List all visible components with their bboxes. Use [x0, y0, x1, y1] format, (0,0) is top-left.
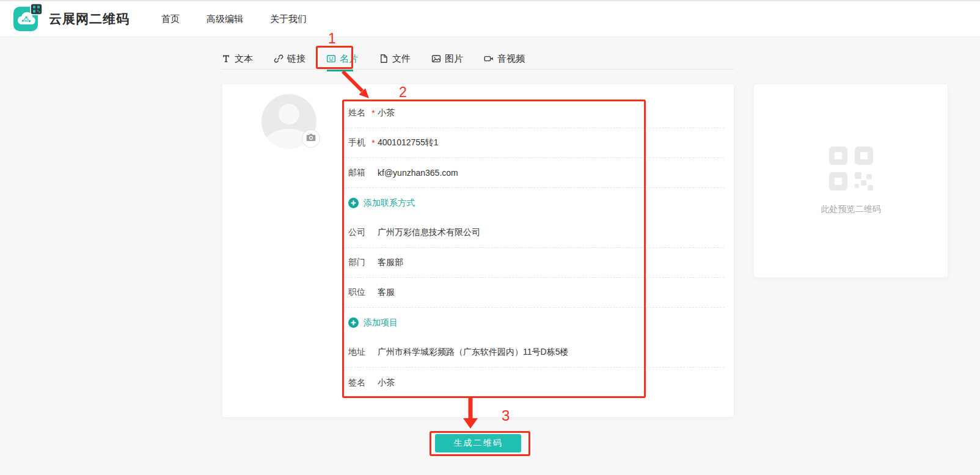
required-asterisk: * [369, 108, 378, 118]
qr-placeholder-icon [829, 147, 873, 193]
field-input-position[interactable] [378, 288, 725, 297]
link-icon [274, 54, 283, 63]
tab-label-video: 音视频 [497, 53, 525, 65]
field-label-company: 公司 [348, 227, 369, 238]
tab-label-card: 名片 [340, 53, 358, 65]
qr-preview-panel: 此处预览二维码 [753, 84, 948, 278]
tab-text[interactable]: 文本 [221, 48, 253, 69]
tab-bar: 文本链接名片文件图片音视频 [221, 48, 525, 69]
tab-label-file: 文件 [392, 53, 411, 65]
field-label-signature: 签名 [348, 377, 369, 388]
plus-icon [348, 317, 359, 328]
brand[interactable]: 云展网二维码 [12, 3, 130, 35]
image-icon [431, 54, 441, 63]
header: 云展网二维码 首页高级编辑关于我们 [0, 0, 980, 37]
plus-icon [348, 198, 359, 208]
generate-qr-button[interactable]: 生成二维码 [435, 434, 521, 452]
form-row-name: 姓名* [345, 98, 725, 128]
camera-upload-button[interactable] [302, 129, 320, 148]
form-row-address: 地址 [345, 338, 725, 368]
brand-title: 云展网二维码 [49, 10, 130, 27]
nav-item-about-us[interactable]: 关于我们 [270, 13, 307, 25]
form-row-signature: 签名 [345, 368, 725, 397]
field-label-phone: 手机 [348, 137, 369, 148]
add-link-add-project[interactable]: 添加项目 [345, 308, 725, 338]
tab-image[interactable]: 图片 [431, 48, 463, 69]
tab-file[interactable]: 文件 [379, 48, 411, 69]
add-link-label-add-project: 添加项目 [364, 317, 398, 328]
tab-label-text: 文本 [235, 53, 253, 65]
field-input-company[interactable] [378, 228, 725, 238]
camera-icon [306, 133, 316, 144]
field-input-address[interactable] [378, 347, 725, 357]
field-label-position: 职位 [348, 287, 369, 298]
add-link-label-add-contact: 添加联系方式 [364, 198, 415, 209]
field-label-department: 部门 [348, 257, 369, 268]
tab-video[interactable]: 音视频 [484, 48, 525, 69]
form-row-position: 职位 [345, 278, 725, 308]
video-icon [484, 54, 494, 63]
qr-preview-placeholder-text: 此处预览二维码 [821, 204, 881, 215]
tabs-underline [221, 69, 734, 70]
form-row-phone: 手机* [345, 128, 725, 158]
avatar-upload[interactable] [261, 94, 316, 149]
tab-card[interactable]: 名片 [326, 48, 358, 69]
add-link-add-contact[interactable]: 添加联系方式 [345, 188, 725, 218]
tab-label-link: 链接 [287, 53, 305, 65]
form-row-company: 公司 [345, 218, 725, 248]
form-row-email: 邮箱 [345, 158, 725, 188]
required-asterisk: * [369, 138, 378, 148]
text-icon [221, 54, 231, 63]
tab-link[interactable]: 链接 [274, 48, 305, 69]
field-input-signature[interactable] [378, 378, 725, 388]
file-icon [379, 54, 389, 63]
field-input-email[interactable] [378, 168, 725, 178]
avatar-head-shape [279, 104, 299, 125]
brand-logo-icon [12, 3, 43, 35]
field-label-name: 姓名 [348, 107, 369, 118]
business-card-form-panel: 姓名*手机*邮箱添加联系方式公司部门职位添加项目地址签名 [222, 84, 734, 418]
card-icon [326, 54, 336, 63]
main-nav: 首页高级编辑关于我们 [161, 13, 307, 25]
business-card-form: 姓名*手机*邮箱添加联系方式公司部门职位添加项目地址签名 [345, 98, 725, 397]
field-input-name[interactable] [378, 108, 725, 118]
field-input-phone[interactable] [378, 138, 725, 148]
field-label-email: 邮箱 [348, 167, 369, 178]
nav-item-home[interactable]: 首页 [161, 13, 180, 25]
form-row-department: 部门 [345, 248, 725, 278]
nav-item-advanced-edit[interactable]: 高级编辑 [207, 13, 243, 25]
tab-label-image: 图片 [445, 53, 463, 65]
field-label-address: 地址 [348, 347, 369, 358]
field-input-department[interactable] [378, 258, 725, 267]
